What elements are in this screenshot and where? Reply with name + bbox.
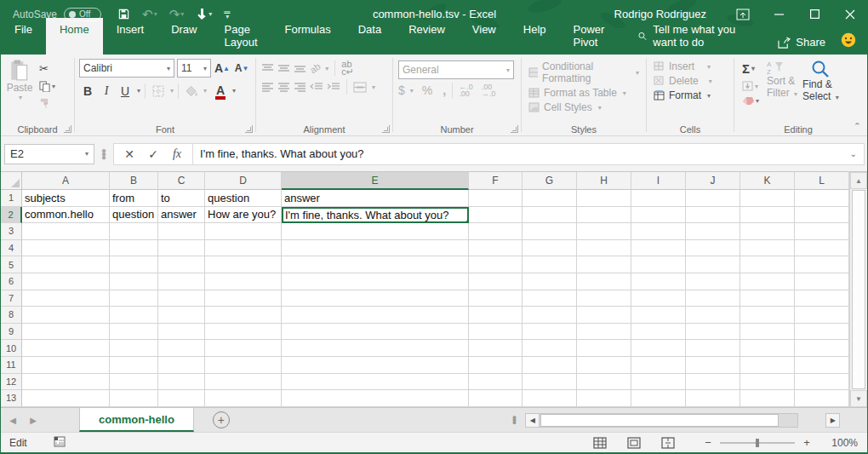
font-color-button[interactable]: A [212,82,229,100]
formula-bar-expand-icon[interactable]: ⌄ [850,149,857,158]
sheet-tab-common-hello[interactable]: common-hello [79,408,194,432]
cell-J6[interactable] [686,273,740,290]
merge-center-icon[interactable] [353,82,367,93]
new-sheet-button[interactable]: + [213,411,230,428]
page-layout-view-button[interactable] [623,434,645,451]
cell-K8[interactable] [740,307,795,324]
cell-F6[interactable] [469,273,523,290]
increase-indent-icon[interactable] [327,82,340,92]
fill-color-button[interactable] [183,82,200,100]
share-button[interactable]: Share [768,31,836,55]
cell-A10[interactable] [22,340,110,357]
scroll-left-button[interactable]: ◀ [525,413,540,428]
cell-A2[interactable]: common.hello [22,207,110,224]
cell-G13[interactable] [523,390,577,407]
horizontal-scroll-thumb[interactable] [540,414,779,427]
cell-G12[interactable] [523,374,577,391]
row-header-6[interactable]: 6 [1,273,22,290]
clear-button[interactable]: ▾ [740,95,762,107]
cell-A5[interactable] [22,256,110,273]
borders-button[interactable] [150,82,167,100]
cell-H12[interactable] [577,374,631,391]
fill-handle[interactable] [465,220,469,223]
sort-filter-button[interactable]: Sort &Filter ▾ [767,75,797,101]
cell-G1[interactable] [523,190,577,207]
minimize-button[interactable] [761,0,797,28]
cell-J3[interactable] [686,223,740,240]
cell-I10[interactable] [631,340,686,357]
column-header-G[interactable]: G [523,172,577,190]
cell-H4[interactable] [577,240,631,257]
user-name[interactable]: Rodrigo Rodriguez [614,8,706,20]
cell-C1[interactable]: to [158,190,205,207]
zoom-slider-thumb[interactable] [756,439,759,447]
row-header-2[interactable]: 2 [1,207,22,224]
cell-F13[interactable] [469,390,523,407]
cell-L12[interactable] [795,374,849,391]
scroll-down-button[interactable]: ▼ [850,390,867,407]
cell-B4[interactable] [110,240,158,257]
page-break-preview-button[interactable] [657,434,679,451]
vertical-scroll-thumb[interactable] [852,190,865,389]
maximize-button[interactable] [797,0,832,28]
decrease-decimal-button[interactable]: .00→.0 [482,83,496,97]
cell-J13[interactable] [686,390,740,407]
autosum-button[interactable]: Σ▾ [740,60,762,78]
cell-J5[interactable] [686,256,740,273]
insert-function-button[interactable]: fx [165,147,189,161]
tab-formulas[interactable]: Formulas [271,18,345,55]
delete-cells-button[interactable]: Delete ▾ [654,75,727,87]
row-header-4[interactable]: 4 [1,240,22,257]
zoom-level[interactable]: 100% [820,437,858,449]
row-header-5[interactable]: 5 [1,256,22,273]
cell-B1[interactable]: from [110,190,158,207]
cell-I7[interactable] [631,290,686,307]
grow-font-button[interactable]: A▲ [214,60,231,78]
cell-H2[interactable] [577,207,631,224]
cell-K10[interactable] [740,340,795,357]
cell-A6[interactable] [22,273,110,290]
cell-B8[interactable] [110,307,158,324]
cell-E9[interactable] [282,324,469,341]
cell-L10[interactable] [795,340,849,357]
cell-I9[interactable] [631,324,686,341]
cell-J10[interactable] [686,340,740,357]
cell-H9[interactable] [577,324,631,341]
cell-B11[interactable] [110,357,158,374]
cell-K2[interactable] [740,207,795,224]
cancel-entry-button[interactable]: ✕ [117,147,141,161]
cell-E2[interactable]: I'm fine, thanks. What about you? [282,207,469,224]
cell-E10[interactable] [282,340,469,357]
cell-L9[interactable] [795,324,849,341]
align-right-icon[interactable] [294,82,306,92]
confirm-entry-button[interactable]: ✓ [141,147,165,161]
cell-A1[interactable]: subjects [22,190,110,207]
cell-K12[interactable] [740,374,795,391]
formula-bar-splitter[interactable]: ●●● [101,149,106,159]
column-header-I[interactable]: I [631,172,686,190]
sheet-nav-left-button[interactable]: ◀ [1,408,25,432]
feedback-smiley-button[interactable] [841,32,856,51]
cell-D3[interactable] [205,223,282,240]
cell-H8[interactable] [577,307,631,324]
cell-H10[interactable] [577,340,631,357]
cell-J8[interactable] [686,307,740,324]
cell-E4[interactable] [282,240,469,257]
cell-L11[interactable] [795,357,849,374]
cell-C12[interactable] [158,374,205,391]
cell-K5[interactable] [740,256,795,273]
cell-F2[interactable] [469,207,523,224]
cell-C11[interactable] [158,357,205,374]
font-size-select[interactable]: 11 ▾ [177,59,211,78]
close-button[interactable] [832,0,868,28]
cell-B10[interactable] [110,340,158,357]
cell-D11[interactable] [205,357,282,374]
cell-G4[interactable] [523,240,577,257]
font-name-select[interactable]: Calibri ▾ [79,59,174,78]
font-dialog-launcher[interactable] [245,125,253,133]
scroll-right-button[interactable]: ▶ [825,413,840,428]
alignment-dialog-launcher[interactable] [382,125,390,133]
cell-D1[interactable]: question [205,190,282,207]
cell-D2[interactable]: How are you? [205,207,282,224]
cell-G8[interactable] [523,307,577,324]
